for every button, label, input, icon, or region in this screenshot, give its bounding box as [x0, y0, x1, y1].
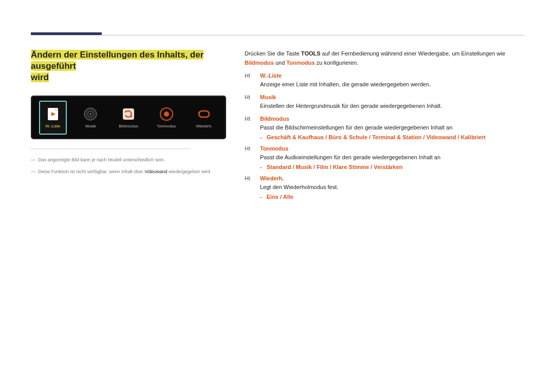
- item-wliste: HtW.-Liste Anzeige einer Liste mit Inhal…: [245, 72, 524, 89]
- tile-label: Bildmodus: [119, 124, 138, 128]
- item-title: Bildmodus: [260, 116, 289, 122]
- play-file-icon: [45, 106, 61, 122]
- tile-tonmodus[interactable]: Tonmodus: [153, 101, 180, 135]
- item-options: - Geschäft & Kaufhaus / Büro & Schule / …: [260, 134, 524, 140]
- refresh-icon: [121, 106, 136, 122]
- bullet-ht: Ht: [245, 94, 253, 100]
- svg-point-3: [90, 114, 91, 115]
- tile-bildmodus[interactable]: Bildmodus: [115, 101, 142, 135]
- footnote-1: ― Das angezeigte Bild kann je nach Model…: [31, 156, 226, 163]
- tile-wiederh[interactable]: Wiederh.: [190, 101, 218, 135]
- item-wiederh: HtWiederh. Legt den Wiederholmodus fest.…: [245, 175, 524, 200]
- tile-label: W.-Liste: [45, 124, 60, 128]
- bullet-ht: Ht: [245, 145, 253, 152]
- device-preview: W.-Liste Musik Bildmodus: [31, 96, 226, 139]
- svg-rect-4: [123, 108, 134, 120]
- item-desc: Einstellen der Hintergrundmusik für den …: [260, 102, 524, 110]
- tile-musik[interactable]: Musik: [77, 101, 105, 135]
- item-options: - Eins / Alle: [260, 194, 524, 200]
- tile-label: Musik: [85, 124, 96, 128]
- tile-label: Wiederh.: [196, 124, 212, 128]
- bullet-ht: Ht: [245, 72, 253, 79]
- item-musik: HtMusik Einstellen der Hintergrundmusik …: [245, 94, 524, 110]
- tile-label: Tonmodus: [157, 124, 176, 128]
- repeat-icon: [196, 106, 212, 122]
- item-desc: Legt den Wiederholmodus fest.: [260, 183, 524, 192]
- tile-wliste[interactable]: W.-Liste: [39, 101, 67, 135]
- item-bildmodus: HtBildmodus Passt die Bildschirmeinstell…: [245, 116, 524, 140]
- item-options: - Standard / Musik / Film / Klare Stimme…: [260, 164, 524, 170]
- disc-icon: [83, 106, 98, 122]
- intro-text: Drücken Sie die Taste TOOLS auf der Fern…: [245, 49, 524, 67]
- item-tonmodus: HtTonmodus Passt die Audioeinstellungen …: [245, 145, 524, 170]
- item-title: Wiederh.: [260, 175, 284, 181]
- item-title: Tonmodus: [260, 145, 288, 152]
- page-title: Ändern der Einstellungen des Inhalts, de…: [31, 49, 226, 83]
- svg-point-6: [164, 111, 169, 117]
- svg-rect-7: [199, 111, 209, 117]
- header-divider: [31, 35, 524, 35]
- record-icon: [159, 106, 174, 122]
- bullet-ht: Ht: [245, 116, 253, 122]
- item-desc: Passt die Bildschirmeinstellungen für de…: [260, 123, 524, 132]
- item-title: Musik: [260, 94, 276, 100]
- item-title: W.-Liste: [260, 72, 282, 79]
- item-desc: Anzeige einer Liste mit Inhalten, die ge…: [260, 80, 524, 89]
- footnote-2: ― Diese Funktion ist nicht verfügbar, we…: [31, 168, 226, 175]
- bullet-ht: Ht: [245, 175, 253, 181]
- divider: [31, 148, 190, 149]
- item-desc: Passt die Audioeinstellungen für den ger…: [260, 153, 524, 162]
